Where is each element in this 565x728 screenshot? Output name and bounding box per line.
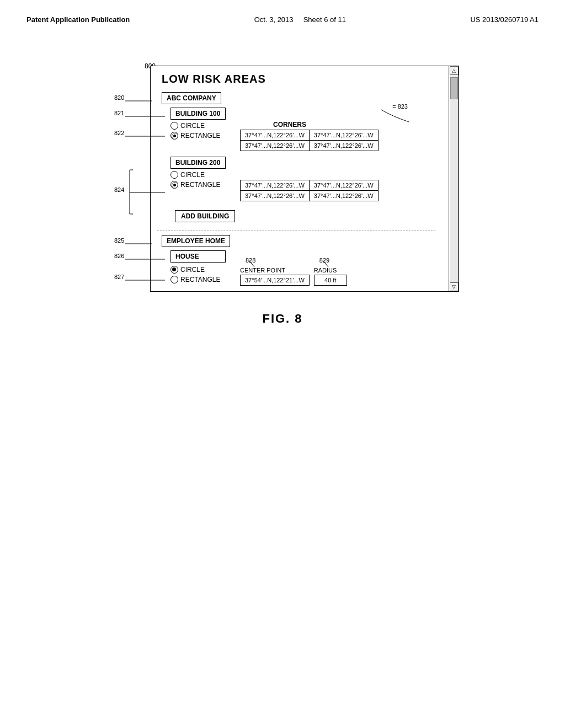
svg-line-12 <box>323 260 328 267</box>
ref-label-825: 825 <box>114 237 124 244</box>
radius-value: 40 ft <box>314 275 347 286</box>
arrow-823 <box>365 105 409 122</box>
low-risk-title: LOW RISK AREAS <box>157 71 435 92</box>
scroll-up-button[interactable]: △ <box>450 66 459 75</box>
diagram-box: △ ▽ LOW RISK AREAS 820 ABC COMPA <box>150 66 459 292</box>
header-center: Oct. 3, 2013 Sheet 6 of 11 <box>254 15 346 24</box>
arrow-824 <box>130 192 170 193</box>
shape-rectangle-house: RECTANGLE <box>170 276 231 283</box>
radio-filled-icon <box>170 132 178 140</box>
diagram-content: LOW RISK AREAS 820 ABC COMPANY 821 <box>151 66 449 291</box>
table-row: 37°47'...N,122°26'...W 37°47'...N,122°26… <box>241 191 379 201</box>
header-sheet: Sheet 6 of 11 <box>303 15 346 24</box>
house-shapes-row: 827 CIRCLE <box>170 265 435 287</box>
shape-rectangle-label: RECTANGLE <box>180 132 220 140</box>
ref-label-821: 821 <box>114 110 124 116</box>
shape-rectangle-b100: RECTANGLE <box>170 132 231 140</box>
building-200-shapes-row: 824 <box>170 170 435 201</box>
building-200-shape-items: CIRCLE RECTANGLE <box>170 170 435 201</box>
shape-rectangle-label-house: RECTANGLE <box>180 276 220 283</box>
corner-cell: 37°47'...N,122°26'...W <box>309 191 378 201</box>
section-abc-company: 820 ABC COMPANY 821 BUILDING 100 <box>157 92 435 226</box>
employee-home-box: EMPLOYEE HOME <box>162 235 230 247</box>
building-100-shapes-row: 822 CIRCLE <box>170 121 435 151</box>
corner-cell: 37°47'...N,122°26'...W <box>309 180 378 191</box>
building-200-box: BUILDING 200 <box>170 157 226 169</box>
radio-empty-icon-b200 <box>170 171 178 179</box>
corner-cell: 37°47'...N,122°26'...W <box>241 130 310 141</box>
house-box: HOUSE <box>170 250 226 263</box>
scroll-thumb[interactable] <box>450 77 458 99</box>
scrollbar[interactable]: △ ▽ <box>449 66 459 291</box>
table-row: 37°47'...N,122°26'...W 37°47'...N,122°26… <box>241 180 379 191</box>
figure-label: FIG. 8 <box>262 312 302 326</box>
header-left: Patent Application Publication <box>26 15 130 24</box>
arrow-826 <box>125 256 170 263</box>
radius-label-wrapper: 829 RADIUS 40 ft <box>314 267 347 286</box>
arrow-828 <box>249 260 265 268</box>
scroll-track <box>450 75 459 282</box>
table-row: 37°47'...N,122°26'...W 37°47'...N,122°26… <box>241 141 379 151</box>
shapes-col-b100: CIRCLE RECTANGLE <box>170 121 231 141</box>
shape-circle-house: CIRCLE <box>170 266 231 274</box>
ref-label-820: 820 <box>114 94 124 101</box>
cp-radius-labels: 828 CENTER POINT 37°54'...N,122°21'...W <box>240 267 347 286</box>
ref-label-824: 824 <box>114 186 124 193</box>
header-right: US 2013/0260719 A1 <box>470 15 539 24</box>
shape-rectangle-label-b200: RECTANGLE <box>180 181 220 189</box>
corner-cell: 37°47'...N,122°26'...W <box>241 191 310 201</box>
shape-circle-b200: CIRCLE <box>170 171 231 179</box>
header-date: Oct. 3, 2013 <box>254 15 294 24</box>
shapes-col-b200: CIRCLE RECTANGLE <box>170 170 231 190</box>
arrow-820 <box>125 98 157 104</box>
corner-cell: 37°47'...N,122°26'...W <box>241 180 310 191</box>
corner-cell: 37°47'...N,122°26'...W <box>309 130 378 141</box>
add-building-row: ADD BUILDING <box>170 207 435 226</box>
corners-table-b100: 37°47'...N,122°26'...W 37°47'...N,122°26… <box>240 130 379 151</box>
section-divider <box>157 230 435 231</box>
corners-table-b200: 37°47'...N,122°26'...W 37°47'...N,122°26… <box>240 180 379 201</box>
diagram-wrapper: 800 △ ▽ LOW RISK AREAS 820 <box>95 57 470 292</box>
add-building-button[interactable]: ADD BUILDING <box>175 210 235 222</box>
house-shapes: CIRCLE RECTANGLE <box>170 265 435 287</box>
corners-label: CORNERS <box>273 121 306 129</box>
corners-section-b200: 37°47'...N,122°26'...W 37°47'...N,122°26… <box>240 180 379 201</box>
shape-circle-b100: CIRCLE <box>170 122 231 130</box>
radio-empty-icon <box>170 122 178 130</box>
building-200-section: BUILDING 200 824 <box>170 157 435 226</box>
ref-label-826: 826 <box>114 253 124 259</box>
arrow-829 <box>323 260 339 268</box>
corners-section-b100: CORNERS 37°47'...N,122°26'...W 37°47'...… <box>240 121 379 151</box>
shape-circle-label-b200: CIRCLE <box>180 171 205 179</box>
corner-cell: 37°47'...N,122°26'...W <box>241 141 310 151</box>
cp-label-wrapper: 828 CENTER POINT 37°54'...N,122°21'...W <box>240 267 310 286</box>
arrow-827 <box>125 277 170 283</box>
shape-circle-label: CIRCLE <box>180 122 205 130</box>
center-radius-section: 828 CENTER POINT 37°54'...N,122°21'...W <box>240 267 347 287</box>
building-100-section: 821 BUILDING 100 = 823 <box>170 108 435 151</box>
house-section: 826 HOUSE 827 <box>170 250 435 287</box>
corner-cell: 37°47'...N,122°26'...W <box>309 141 378 151</box>
page-header: Patent Application Publication Oct. 3, 2… <box>0 0 565 24</box>
section-employee-home: 825 EMPLOYEE HOME 826 HOUSE <box>157 235 435 287</box>
abc-company-box: ABC COMPANY <box>162 92 221 104</box>
center-point-value: 37°54'...N,122°21'...W <box>240 275 310 286</box>
building-100-shape-items: CIRCLE RECTANGLE <box>170 121 435 151</box>
figure-area: 800 △ ▽ LOW RISK AREAS 820 <box>0 57 565 326</box>
table-row: 37°47'...N,122°26'...W 37°47'...N,122°26… <box>241 130 379 141</box>
arrow-821 <box>125 113 170 120</box>
scroll-down-button[interactable]: ▽ <box>450 282 459 291</box>
shape-rectangle-b200: RECTANGLE <box>170 181 231 189</box>
building-100-box: BUILDING 100 <box>170 108 226 120</box>
radio-filled-icon-b200 <box>170 181 178 189</box>
ref-label-827: 827 <box>114 274 124 280</box>
ref-label-822: 822 <box>114 130 124 136</box>
svg-line-11 <box>249 260 254 267</box>
corners-label-row: CORNERS <box>240 121 379 129</box>
radio-empty-rect-icon <box>170 276 178 283</box>
radio-filled-circle-icon <box>170 266 178 274</box>
arrow-822 <box>125 133 170 140</box>
shape-circle-label-house: CIRCLE <box>180 266 205 274</box>
arrow-825 <box>125 240 157 247</box>
shapes-col-house: CIRCLE RECTANGLE <box>170 265 231 285</box>
